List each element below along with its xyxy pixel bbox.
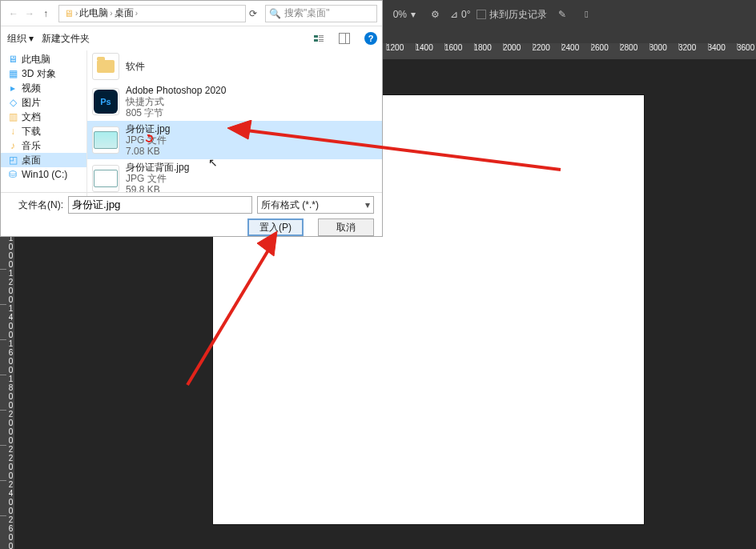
filter-label: 所有格式 (*.*) [261, 198, 319, 212]
ruler-tick: 2400 [561, 43, 591, 59]
nav-icon: ↓ [7, 126, 18, 137]
zoom-value: 0% [389, 9, 407, 20]
search-icon: 🔍 [269, 8, 281, 19]
file-size: 7.08 KB [126, 146, 170, 157]
nav-icon: 🖥 [7, 54, 18, 65]
ruler-tick: 2200 [533, 43, 562, 59]
preview-pane-button[interactable] [339, 33, 350, 44]
nav-label: 桌面 [22, 154, 41, 167]
file-name: 身份证.jpg [126, 123, 170, 134]
ps-options-bar: 0% ▾ ⚙ ⊿ 0° 抹到历史记录 ✎ 𓆤 [383, 3, 756, 26]
nav-item[interactable]: ↓下载 [1, 124, 86, 138]
dialog-footer: 文件名(N): 所有格式 (*.*) ▾ 置入(P) 取消 [1, 192, 382, 236]
file-open-dialog: ← → ↑ 🖥 › 此电脑 › 桌面 › ⟳ 🔍 搜索"桌面" 组织 ▾ 新建文… [0, 0, 383, 237]
ruler-tick: 2600 [0, 515, 14, 549]
ruler-tick: 1600 [444, 43, 474, 59]
organize-button[interactable]: 组织 ▾ [7, 32, 34, 46]
place-button[interactable]: 置入(P) [247, 218, 304, 236]
nav-item[interactable]: ▦3D 对象 [1, 66, 86, 81]
svg-rect-4 [319, 39, 324, 40]
nav-item[interactable]: ◰桌面 [1, 153, 86, 167]
ruler-tick: 3400 [708, 43, 738, 59]
svg-rect-1 [314, 39, 318, 42]
search-input[interactable]: 🔍 搜索"桌面" [265, 5, 377, 22]
nav-item[interactable]: 🖥此电脑 [1, 52, 86, 66]
angle-control[interactable]: ⊿ 0° [450, 9, 470, 20]
breadcrumb[interactable]: 🖥 › 此电脑 › 桌面 › [58, 5, 246, 22]
vertical-ruler: 1000120014001600180020002200240026002800… [0, 234, 14, 549]
nav-label: 文档 [22, 110, 41, 124]
dialog-toolbar-right: ? [313, 32, 382, 45]
nav-item[interactable]: ⛁Win10 (C:) [1, 167, 86, 182]
zoom-control[interactable]: 0% ▾ [389, 8, 420, 21]
cancel-button[interactable]: 取消 [318, 218, 374, 236]
chevron-down-icon[interactable]: ▾ [407, 8, 420, 21]
breadcrumb-desktop[interactable]: 桌面 [115, 6, 134, 20]
nav-item[interactable]: ▸视频 [1, 81, 86, 95]
dialog-toolbar: 组织 ▾ 新建文件夹 ? [1, 26, 382, 50]
nav-item[interactable]: ◇图片 [1, 95, 86, 110]
new-folder-button[interactable]: 新建文件夹 [42, 32, 90, 46]
breadcrumb-pc[interactable]: 此电脑 [79, 6, 108, 20]
file-row-folder[interactable]: 软件 [87, 50, 382, 82]
ps-thumb: Ps [92, 88, 119, 115]
ruler-tick: 2800 [620, 43, 649, 59]
nav-icon: ◰ [7, 154, 18, 166]
filename-label: 文件名(N): [9, 198, 63, 212]
chevron-down-icon: ▾ [365, 199, 370, 210]
filename-input[interactable] [68, 196, 252, 214]
nav-icon: ◇ [7, 97, 18, 108]
dialog-body: 🖥此电脑▦3D 对象▸视频◇图片▥文档↓下载♪音乐◰桌面⛁Win10 (C:) … [1, 50, 382, 206]
ruler-tick: 3600 [737, 43, 756, 59]
ruler-tick: 1600 [0, 339, 14, 375]
folder-thumb [92, 53, 119, 80]
refresh-button[interactable]: ⟳ [246, 6, 260, 22]
help-icon[interactable]: ? [364, 32, 377, 45]
gear-icon[interactable]: ⚙ [426, 6, 444, 23]
view-options-button[interactable] [313, 33, 324, 44]
ruler-tick: 2600 [591, 43, 621, 59]
ruler-tick: 1800 [474, 43, 504, 59]
svg-rect-0 [314, 35, 318, 38]
ruler-tick: 2200 [0, 445, 14, 480]
nav-icon: ▦ [7, 68, 18, 79]
file-type: 快捷方式 [126, 96, 226, 107]
ruler-tick: 1400 [416, 43, 445, 59]
butterfly-icon[interactable]: 𓆤 [577, 6, 595, 23]
checkbox-box[interactable] [477, 10, 486, 19]
filter-dropdown[interactable]: 所有格式 (*.*) ▾ [257, 196, 374, 214]
svg-rect-5 [319, 41, 324, 42]
ruler-tick: 2400 [0, 480, 14, 515]
nav-item[interactable]: ♪音乐 [1, 138, 86, 153]
file-name: 身份证背面.jpg [126, 162, 189, 173]
image-thumb [92, 126, 119, 154]
svg-rect-2 [319, 35, 324, 36]
chevron-right-icon: › [135, 9, 138, 18]
nav-label: 音乐 [22, 139, 41, 153]
folder-icon: 🖥 [64, 8, 74, 19]
nav-tree: 🖥此电脑▦3D 对象▸视频◇图片▥文档↓下载♪音乐◰桌面⛁Win10 (C:) [1, 50, 87, 206]
forward-button[interactable]: → [22, 6, 38, 22]
file-row-selected[interactable]: 身份证.jpg JPG 文件 7.08 KB [87, 121, 382, 159]
history-checkbox[interactable]: 抹到历史记录 [477, 8, 547, 22]
nav-icon: ♪ [7, 140, 18, 151]
nav-item[interactable]: ▥文档 [1, 110, 86, 124]
nav-label: Win10 (C:) [22, 169, 67, 180]
file-row-shortcut[interactable]: Ps Adobe Photoshop 2020 快捷方式 805 字节 [87, 82, 382, 121]
back-button[interactable]: ← [6, 6, 22, 22]
chevron-right-icon: › [110, 9, 112, 18]
nav-label: 图片 [22, 96, 41, 110]
nav-label: 下载 [22, 125, 41, 138]
ruler-tick: 1400 [0, 304, 14, 339]
nav-icon: ▥ [7, 111, 18, 122]
file-list: 软件 Ps Adobe Photoshop 2020 快捷方式 805 字节 身… [87, 50, 382, 206]
search-placeholder: 搜索"桌面" [284, 6, 330, 20]
up-button[interactable]: ↑ [38, 6, 54, 22]
ruler-tick: 2000 [503, 43, 533, 59]
file-type: JPG 文件 [126, 173, 189, 184]
horizontal-ruler: 1200140016001800200022002400260028003000… [383, 43, 756, 59]
nav-icon: ⛁ [7, 169, 18, 180]
pen-icon[interactable]: ✎ [553, 6, 571, 23]
nav-label: 视频 [22, 82, 41, 95]
ruler-tick: 1200 [386, 43, 416, 59]
